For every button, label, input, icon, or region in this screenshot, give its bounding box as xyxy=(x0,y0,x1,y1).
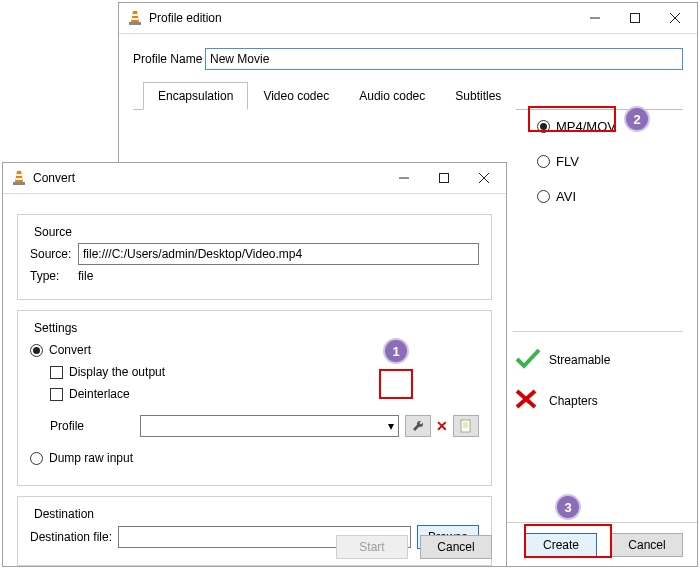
feature-streamable: Streamable xyxy=(513,346,683,373)
window-title: Convert xyxy=(33,171,384,185)
tabs: Encapsulation Video codec Audio codec Su… xyxy=(133,82,683,110)
tab-video-codec[interactable]: Video codec xyxy=(248,82,344,110)
feature-label: Streamable xyxy=(549,353,610,367)
cancel-button[interactable]: Cancel xyxy=(420,535,492,559)
svg-rect-1 xyxy=(132,14,138,16)
edit-profile-button[interactable] xyxy=(405,415,431,437)
svg-rect-11 xyxy=(16,174,22,176)
radio-label: AVI xyxy=(556,189,576,204)
vlc-icon xyxy=(127,10,143,26)
dialog-footer: Start Cancel xyxy=(3,528,506,566)
source-label: Source: xyxy=(30,247,78,261)
profile-name-input[interactable] xyxy=(205,48,683,70)
maximize-button[interactable] xyxy=(615,4,655,32)
radio-flv[interactable]: FLV xyxy=(537,154,616,169)
check-display-output[interactable]: Display the output xyxy=(50,365,479,379)
radio-label: FLV xyxy=(556,154,579,169)
tab-encapsulation[interactable]: Encapsulation xyxy=(143,82,248,110)
checkbox-label: Deinterlace xyxy=(69,387,130,401)
minimize-button[interactable] xyxy=(575,4,615,32)
svg-rect-18 xyxy=(461,420,470,432)
profile-name-label: Profile Name xyxy=(133,52,205,66)
radio-icon xyxy=(537,120,550,133)
check-icon xyxy=(513,346,549,373)
callout-2: 2 xyxy=(624,106,650,132)
start-button[interactable]: Start xyxy=(336,535,408,559)
titlebar: Profile edition xyxy=(119,3,697,33)
svg-rect-13 xyxy=(13,182,25,185)
feature-chapters: Chapters xyxy=(513,387,683,414)
tab-subtitles[interactable]: Subtitles xyxy=(440,82,516,110)
check-deinterlace[interactable]: Deinterlace xyxy=(50,387,479,401)
radio-label: Convert xyxy=(49,343,91,357)
svg-rect-5 xyxy=(631,14,640,23)
settings-group: Settings Convert Display the output Dein… xyxy=(17,310,492,486)
radio-icon xyxy=(30,452,43,465)
close-button[interactable] xyxy=(655,4,695,32)
radio-label: Dump raw input xyxy=(49,451,133,465)
radio-mp4mov[interactable]: MP4/MOV xyxy=(537,119,616,134)
svg-marker-0 xyxy=(131,11,139,22)
checkbox-icon xyxy=(50,366,63,379)
cross-icon xyxy=(513,387,549,414)
feature-label: Chapters xyxy=(549,394,598,408)
radio-icon xyxy=(30,344,43,357)
source-input[interactable] xyxy=(78,243,479,265)
group-title: Settings xyxy=(30,321,81,335)
profile-label: Profile xyxy=(50,419,140,433)
radio-icon xyxy=(537,190,550,203)
features-panel: Streamable Chapters xyxy=(513,331,683,418)
vlc-icon xyxy=(11,170,27,186)
minimize-button[interactable] xyxy=(384,164,424,192)
profile-dropdown[interactable]: ▾ xyxy=(140,415,399,437)
close-button[interactable] xyxy=(464,164,504,192)
group-title: Source xyxy=(30,225,76,239)
radio-icon xyxy=(537,155,550,168)
titlebar: Convert xyxy=(3,163,506,193)
create-button[interactable]: Create xyxy=(525,533,597,557)
wrench-icon xyxy=(411,419,425,433)
checkbox-label: Display the output xyxy=(69,365,165,379)
type-label: Type: xyxy=(30,269,78,283)
type-value: file xyxy=(78,269,93,283)
new-profile-button[interactable] xyxy=(453,415,479,437)
svg-rect-15 xyxy=(440,174,449,183)
group-title: Destination xyxy=(30,507,98,521)
tab-audio-codec[interactable]: Audio codec xyxy=(344,82,440,110)
callout-1: 1 xyxy=(383,338,409,364)
radio-dump-raw[interactable]: Dump raw input xyxy=(30,451,479,465)
checkbox-icon xyxy=(50,388,63,401)
delete-profile-button[interactable]: ✕ xyxy=(431,418,453,434)
cancel-button[interactable]: Cancel xyxy=(611,533,683,557)
source-group: Source Source: Type: file xyxy=(17,214,492,300)
callout-3: 3 xyxy=(555,494,581,520)
encapsulation-options: MP4/MOV FLV AVI xyxy=(537,111,616,212)
chevron-down-icon: ▾ xyxy=(388,419,394,433)
window-title: Profile edition xyxy=(149,11,575,25)
svg-rect-3 xyxy=(129,22,141,25)
maximize-button[interactable] xyxy=(424,164,464,192)
svg-rect-12 xyxy=(16,178,23,180)
document-icon xyxy=(459,419,473,433)
radio-convert[interactable]: Convert xyxy=(30,343,479,357)
svg-rect-2 xyxy=(132,18,139,20)
convert-window: Convert Source Source: Type: file Settin… xyxy=(2,162,507,567)
radio-label: MP4/MOV xyxy=(556,119,616,134)
radio-avi[interactable]: AVI xyxy=(537,189,616,204)
svg-marker-10 xyxy=(15,171,23,182)
